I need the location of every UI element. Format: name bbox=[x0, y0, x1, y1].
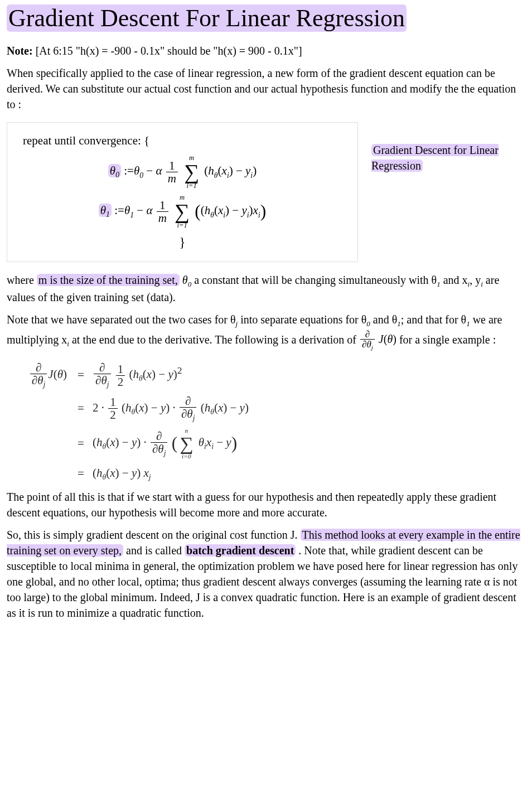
title-highlight: Gradient Descent For Linear Regression bbox=[7, 4, 407, 32]
partial-expr: ∂∂θj J(θ) bbox=[359, 333, 396, 345]
side-caption-text: Gradient Descent for Linear Regression bbox=[371, 144, 499, 172]
algorithm-close: } bbox=[23, 234, 342, 251]
where-paragraph: where m is the size of the training set,… bbox=[7, 272, 525, 305]
derivation-line-4: = (hθ(x) − y) xj bbox=[17, 465, 525, 482]
update-theta1: θ1 :=θ1 − α 1m m∑i=1 ((hθ(xi) − yi)xi) bbox=[23, 194, 342, 229]
note-text: [At 6:15 "h(x) = -900 - 0.1x" should be … bbox=[36, 45, 302, 57]
derivation-line-2: = 2 · 12 (hθ(x) − y) · ∂∂θj (hθ(x) − y) bbox=[17, 395, 525, 423]
note-label: Note: bbox=[7, 45, 33, 57]
side-caption: Gradient Descent for Linear Regression bbox=[371, 142, 525, 173]
derivation-line-1: ∂∂θjJ(θ) = ∂∂θj 12 (hθ(x) − y)2 bbox=[17, 361, 525, 389]
algorithm-header: repeat until convergence: { bbox=[23, 133, 342, 149]
note-separation-paragraph: Note that we have separated out the two … bbox=[7, 312, 525, 351]
intro-paragraph: When specifically applied to the case of… bbox=[7, 65, 525, 112]
page-title: Gradient Descent For Linear Regression bbox=[7, 4, 525, 33]
derivation-line-3: = (hθ(x) − y) · ∂∂θj (n∑i=0 θixi − y) bbox=[17, 428, 525, 459]
m-size-highlight: m is the size of the training set, bbox=[37, 274, 180, 286]
note-paragraph: Note: [At 6:15 "h(x) = -900 - 0.1x" shou… bbox=[7, 43, 525, 59]
conclusion-paragraph: The point of all this is that if we star… bbox=[7, 489, 525, 520]
batch-gd-highlight: batch gradient descent bbox=[185, 544, 296, 557]
batch-paragraph: So, this is simply gradient descent on t… bbox=[7, 527, 525, 621]
algorithm-block: repeat until convergence: { θ0 :=θ0 − α … bbox=[7, 122, 358, 263]
update-theta0: θ0 :=θ0 − α 1m m∑i=1 (hθ(xi) − yi) bbox=[23, 154, 342, 190]
derivation-block: ∂∂θjJ(θ) = ∂∂θj 12 (hθ(x) − y)2 = 2 · 12… bbox=[17, 361, 525, 482]
algorithm-block-wrap: repeat until convergence: { θ0 :=θ0 − α … bbox=[7, 122, 525, 263]
